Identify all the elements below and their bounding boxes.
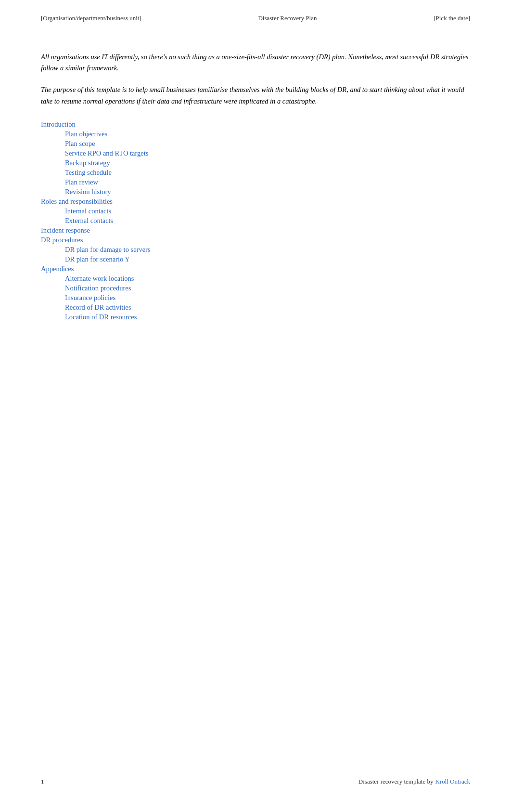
toc-item: Plan scope	[65, 140, 470, 148]
toc-link-plan-review[interactable]: Plan review	[65, 178, 98, 186]
toc-link-testing-schedule[interactable]: Testing schedule	[65, 169, 112, 176]
toc-link-introduction[interactable]: Introduction	[41, 120, 76, 128]
footer-link[interactable]: Kroll Ontrack	[435, 778, 470, 786]
intro-paragraph-1: All organisations use IT differently, so…	[41, 52, 470, 74]
table-of-contents: IntroductionPlan objectivesPlan scopeSer…	[41, 120, 470, 321]
toc-link-service-rpo-and-rto-targets[interactable]: Service RPO and RTO targets	[65, 149, 148, 157]
toc-item: Plan review	[65, 178, 470, 186]
toc-item: Insurance policies	[65, 294, 470, 302]
toc-link-alternate-work-locations[interactable]: Alternate work locations	[65, 275, 134, 282]
toc-link-dr-procedures[interactable]: DR procedures	[41, 236, 83, 244]
toc-item: External contacts	[65, 217, 470, 225]
toc-item: Location of DR resources	[65, 313, 470, 321]
toc-link-dr-plan-for-damage-to-servers[interactable]: DR plan for damage to servers	[65, 246, 151, 253]
toc-item: Record of DR activities	[65, 303, 470, 312]
toc-link-external-contacts[interactable]: External contacts	[65, 217, 113, 224]
toc-link-plan-scope[interactable]: Plan scope	[65, 140, 95, 147]
toc-link-incident-response[interactable]: Incident response	[41, 226, 90, 234]
toc-item: DR procedures	[41, 236, 470, 244]
toc-link-location-of-dr-resources[interactable]: Location of DR resources	[65, 313, 137, 321]
intro-paragraph-2: The purpose of this template is to help …	[41, 84, 470, 106]
toc-link-backup-strategy[interactable]: Backup strategy	[65, 159, 110, 167]
toc-item: Testing schedule	[65, 169, 470, 177]
toc-link-internal-contacts[interactable]: Internal contacts	[65, 207, 111, 215]
toc-item: Internal contacts	[65, 207, 470, 215]
toc-item: Alternate work locations	[65, 275, 470, 283]
toc-item: Notification procedures	[65, 284, 470, 292]
toc-link-insurance-policies[interactable]: Insurance policies	[65, 294, 115, 301]
toc-link-notification-procedures[interactable]: Notification procedures	[65, 284, 131, 292]
toc-item: Incident response	[41, 226, 470, 235]
page-footer: 1 Disaster recovery template by Kroll On…	[0, 778, 511, 786]
main-content: All organisations use IT differently, so…	[0, 52, 511, 321]
toc-item: Appendices	[41, 265, 470, 273]
toc-link-dr-plan-for-scenario-y[interactable]: DR plan for scenario Y	[65, 255, 130, 263]
page: [Organisation/department/business unit] …	[0, 0, 511, 812]
toc-item: Backup strategy	[65, 159, 470, 167]
footer-attribution: Disaster recovery template by Kroll Ontr…	[358, 778, 470, 786]
header-org: [Organisation/department/business unit]	[41, 14, 141, 22]
header-date: [Pick the date]	[434, 14, 470, 22]
toc-item: Plan objectives	[65, 130, 470, 138]
toc-item: Service RPO and RTO targets	[65, 149, 470, 157]
toc-item: DR plan for damage to servers	[65, 246, 470, 254]
footer-text: Disaster recovery template by	[358, 778, 434, 786]
toc-item: Revision history	[65, 188, 470, 196]
toc-link-plan-objectives[interactable]: Plan objectives	[65, 130, 107, 138]
header-title: Disaster Recovery Plan	[258, 14, 317, 22]
toc-item: Introduction	[41, 120, 470, 129]
toc-link-record-of-dr-activities[interactable]: Record of DR activities	[65, 303, 131, 311]
toc-link-revision-history[interactable]: Revision history	[65, 188, 111, 196]
footer-page-number: 1	[41, 778, 44, 786]
page-header: [Organisation/department/business unit] …	[0, 0, 511, 32]
toc-item: DR plan for scenario Y	[65, 255, 470, 263]
toc-link-roles-and-responsibilities[interactable]: Roles and responsibilities	[41, 197, 113, 205]
toc-item: Roles and responsibilities	[41, 197, 470, 206]
toc-link-appendices[interactable]: Appendices	[41, 265, 74, 273]
